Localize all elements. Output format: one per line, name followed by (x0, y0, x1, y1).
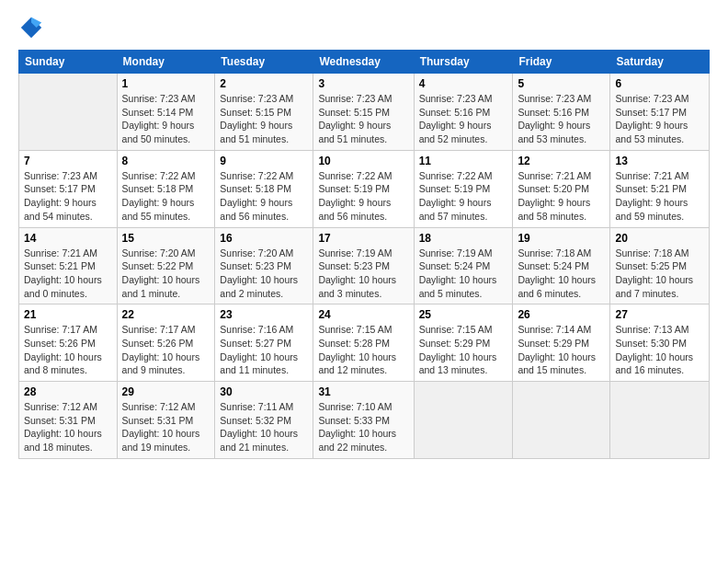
cell-content: Sunrise: 7:23 AM Sunset: 5:16 PM Dayligh… (419, 92, 508, 146)
calendar-cell: 19Sunrise: 7:18 AM Sunset: 5:24 PM Dayli… (513, 227, 610, 304)
calendar-cell: 4Sunrise: 7:23 AM Sunset: 5:16 PM Daylig… (414, 74, 513, 151)
calendar-cell: 31Sunrise: 7:10 AM Sunset: 5:33 PM Dayli… (313, 382, 414, 459)
cell-content: Sunrise: 7:15 AM Sunset: 5:28 PM Dayligh… (318, 323, 408, 377)
calendar-cell: 14Sunrise: 7:21 AM Sunset: 5:21 PM Dayli… (19, 227, 118, 304)
day-number: 21 (24, 308, 112, 321)
cell-content: Sunrise: 7:18 AM Sunset: 5:24 PM Dayligh… (518, 247, 605, 301)
day-number: 31 (318, 385, 408, 398)
calendar-cell: 26Sunrise: 7:14 AM Sunset: 5:29 PM Dayli… (513, 304, 610, 382)
cell-content: Sunrise: 7:11 AM Sunset: 5:32 PM Dayligh… (220, 400, 308, 454)
column-header-wednesday: Wednesday (313, 51, 414, 74)
day-number: 13 (615, 155, 704, 167)
calendar-cell: 13Sunrise: 7:21 AM Sunset: 5:21 PM Dayli… (610, 150, 710, 227)
cell-content: Sunrise: 7:18 AM Sunset: 5:25 PM Dayligh… (615, 247, 704, 301)
calendar-cell: 17Sunrise: 7:19 AM Sunset: 5:23 PM Dayli… (313, 227, 414, 304)
cell-content: Sunrise: 7:21 AM Sunset: 5:21 PM Dayligh… (615, 169, 704, 224)
calendar-cell: 16Sunrise: 7:20 AM Sunset: 5:23 PM Dayli… (215, 227, 313, 304)
calendar-cell: 3Sunrise: 7:23 AM Sunset: 5:15 PM Daylig… (313, 74, 414, 151)
day-number: 9 (220, 155, 308, 167)
day-number: 7 (24, 155, 112, 167)
calendar-cell (414, 382, 513, 459)
logo (18, 15, 48, 40)
cell-content: Sunrise: 7:15 AM Sunset: 5:29 PM Dayligh… (419, 323, 508, 377)
calendar-cell (513, 382, 610, 459)
calendar-cell: 30Sunrise: 7:11 AM Sunset: 5:32 PM Dayli… (215, 382, 313, 459)
day-number: 12 (518, 155, 605, 167)
calendar-cell: 20Sunrise: 7:18 AM Sunset: 5:25 PM Dayli… (610, 227, 710, 304)
calendar-cell: 12Sunrise: 7:21 AM Sunset: 5:20 PM Dayli… (513, 150, 610, 227)
day-number: 30 (220, 385, 308, 398)
day-number: 22 (122, 308, 210, 321)
calendar-cell (610, 382, 710, 459)
cell-content: Sunrise: 7:14 AM Sunset: 5:29 PM Dayligh… (518, 323, 605, 377)
day-number: 15 (122, 232, 210, 245)
calendar-cell: 15Sunrise: 7:20 AM Sunset: 5:22 PM Dayli… (117, 227, 215, 304)
calendar-header-row: SundayMondayTuesdayWednesdayThursdayFrid… (19, 51, 710, 74)
cell-content: Sunrise: 7:19 AM Sunset: 5:24 PM Dayligh… (419, 247, 508, 301)
calendar-cell: 5Sunrise: 7:23 AM Sunset: 5:16 PM Daylig… (513, 74, 610, 151)
calendar-week-4: 21Sunrise: 7:17 AM Sunset: 5:26 PM Dayli… (19, 304, 710, 382)
day-number: 23 (220, 308, 308, 321)
cell-content: Sunrise: 7:22 AM Sunset: 5:19 PM Dayligh… (419, 169, 508, 224)
logo-icon (18, 15, 44, 40)
cell-content: Sunrise: 7:10 AM Sunset: 5:33 PM Dayligh… (318, 400, 408, 454)
cell-content: Sunrise: 7:12 AM Sunset: 5:31 PM Dayligh… (24, 400, 112, 454)
calendar-cell: 8Sunrise: 7:22 AM Sunset: 5:18 PM Daylig… (117, 150, 215, 227)
cell-content: Sunrise: 7:19 AM Sunset: 5:23 PM Dayligh… (318, 247, 408, 301)
calendar-week-5: 28Sunrise: 7:12 AM Sunset: 5:31 PM Dayli… (19, 382, 710, 459)
calendar-cell: 27Sunrise: 7:13 AM Sunset: 5:30 PM Dayli… (610, 304, 710, 382)
calendar-cell: 25Sunrise: 7:15 AM Sunset: 5:29 PM Dayli… (414, 304, 513, 382)
page-header (18, 15, 710, 40)
day-number: 16 (220, 232, 308, 245)
cell-content: Sunrise: 7:13 AM Sunset: 5:30 PM Dayligh… (615, 323, 704, 377)
day-number: 5 (518, 77, 605, 90)
day-number: 19 (518, 232, 605, 245)
column-header-friday: Friday (513, 51, 610, 74)
calendar-cell: 22Sunrise: 7:17 AM Sunset: 5:26 PM Dayli… (117, 304, 215, 382)
calendar-cell: 10Sunrise: 7:22 AM Sunset: 5:19 PM Dayli… (313, 150, 414, 227)
cell-content: Sunrise: 7:12 AM Sunset: 5:31 PM Dayligh… (122, 400, 210, 454)
calendar-cell: 9Sunrise: 7:22 AM Sunset: 5:18 PM Daylig… (215, 150, 313, 227)
column-header-thursday: Thursday (414, 51, 513, 74)
calendar-cell (19, 74, 118, 151)
day-number: 2 (220, 77, 308, 90)
calendar-week-1: 1Sunrise: 7:23 AM Sunset: 5:14 PM Daylig… (19, 74, 710, 151)
cell-content: Sunrise: 7:17 AM Sunset: 5:26 PM Dayligh… (122, 323, 210, 377)
column-header-tuesday: Tuesday (215, 51, 313, 74)
calendar-cell: 18Sunrise: 7:19 AM Sunset: 5:24 PM Dayli… (414, 227, 513, 304)
calendar-cell: 21Sunrise: 7:17 AM Sunset: 5:26 PM Dayli… (19, 304, 118, 382)
column-header-sunday: Sunday (19, 51, 118, 74)
calendar-week-3: 14Sunrise: 7:21 AM Sunset: 5:21 PM Dayli… (19, 227, 710, 304)
cell-content: Sunrise: 7:23 AM Sunset: 5:15 PM Dayligh… (220, 92, 308, 146)
day-number: 28 (24, 385, 112, 398)
cell-content: Sunrise: 7:23 AM Sunset: 5:17 PM Dayligh… (24, 169, 112, 224)
cell-content: Sunrise: 7:22 AM Sunset: 5:19 PM Dayligh… (318, 169, 408, 224)
day-number: 10 (318, 155, 408, 167)
cell-content: Sunrise: 7:20 AM Sunset: 5:22 PM Dayligh… (122, 247, 210, 301)
calendar-cell: 23Sunrise: 7:16 AM Sunset: 5:27 PM Dayli… (215, 304, 313, 382)
calendar-cell: 6Sunrise: 7:23 AM Sunset: 5:17 PM Daylig… (610, 74, 710, 151)
day-number: 26 (518, 308, 605, 321)
cell-content: Sunrise: 7:22 AM Sunset: 5:18 PM Dayligh… (122, 169, 210, 224)
day-number: 25 (419, 308, 508, 321)
cell-content: Sunrise: 7:22 AM Sunset: 5:18 PM Dayligh… (220, 169, 308, 224)
calendar-cell: 28Sunrise: 7:12 AM Sunset: 5:31 PM Dayli… (19, 382, 118, 459)
day-number: 14 (24, 232, 112, 245)
cell-content: Sunrise: 7:23 AM Sunset: 5:17 PM Dayligh… (615, 92, 704, 146)
cell-content: Sunrise: 7:17 AM Sunset: 5:26 PM Dayligh… (24, 323, 112, 377)
day-number: 11 (419, 155, 508, 167)
column-header-saturday: Saturday (610, 51, 710, 74)
cell-content: Sunrise: 7:23 AM Sunset: 5:14 PM Dayligh… (122, 92, 210, 146)
day-number: 29 (122, 385, 210, 398)
day-number: 27 (615, 308, 704, 321)
day-number: 6 (615, 77, 704, 90)
calendar-cell: 2Sunrise: 7:23 AM Sunset: 5:15 PM Daylig… (215, 74, 313, 151)
day-number: 4 (419, 77, 508, 90)
calendar-cell: 24Sunrise: 7:15 AM Sunset: 5:28 PM Dayli… (313, 304, 414, 382)
calendar-cell: 29Sunrise: 7:12 AM Sunset: 5:31 PM Dayli… (117, 382, 215, 459)
column-header-monday: Monday (117, 51, 215, 74)
calendar-week-2: 7Sunrise: 7:23 AM Sunset: 5:17 PM Daylig… (19, 150, 710, 227)
calendar-cell: 11Sunrise: 7:22 AM Sunset: 5:19 PM Dayli… (414, 150, 513, 227)
day-number: 18 (419, 232, 508, 245)
day-number: 3 (318, 77, 408, 90)
